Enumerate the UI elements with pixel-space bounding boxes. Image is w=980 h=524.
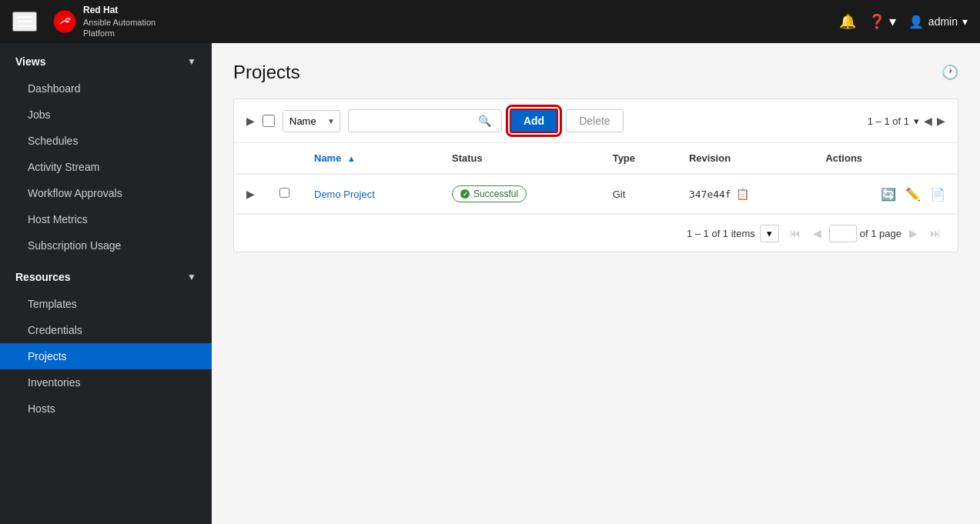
page-of-label: of 1 page (860, 228, 901, 239)
views-chevron-icon: ▼ (187, 56, 196, 67)
items-per-page-dropdown[interactable]: ▾ (760, 225, 779, 242)
sidebar-item-activity-stream[interactable]: Activity Stream (0, 154, 212, 180)
row-action-buttons: 🔄 ✏️ 📄 (825, 187, 945, 202)
sidebar-views-section: Views ▼ Dashboard Jobs Schedules Activit… (0, 43, 212, 259)
copy-revision-button[interactable]: 📋 (736, 188, 749, 200)
edit-button[interactable]: ✏️ (905, 187, 921, 202)
history-button[interactable]: 🕐 (942, 64, 958, 81)
sidebar-item-projects[interactable]: Projects (0, 343, 212, 369)
sidebar: Views ▼ Dashboard Jobs Schedules Activit… (0, 43, 212, 524)
sidebar-item-workflow-approvals[interactable]: Workflow Approvals (0, 180, 212, 206)
expand-row-button[interactable]: ▶ (246, 115, 255, 127)
row-expand-cell: ▶ (234, 174, 267, 214)
row-expand-button[interactable]: ▶ (246, 188, 255, 200)
th-actions: Actions (813, 143, 958, 174)
navbar: Red Hat Ansible Automation Platform 🔔 ❓ … (0, 0, 980, 43)
th-check (267, 143, 302, 174)
footer-pagination: ⏮ ◀ 1 of 1 page ▶ ⏭ (785, 224, 945, 242)
th-revision: Revision (677, 143, 814, 174)
projects-table: Name ▲ Status Type Revision Actions ▶ (234, 143, 958, 214)
user-menu[interactable]: 👤 admin ▾ (908, 15, 968, 29)
select-all-checkbox[interactable] (263, 115, 275, 127)
project-link[interactable]: Demo Project (314, 189, 375, 200)
brand-text: Red Hat Ansible Automation Platform (83, 5, 156, 38)
row-type-cell: Git (600, 174, 677, 214)
help-button[interactable]: ❓ ▾ (868, 13, 896, 30)
last-page-button[interactable]: ⏭ (925, 224, 945, 242)
prev-page-button[interactable]: ◀ (924, 115, 932, 127)
user-chevron-icon: ▾ (962, 15, 968, 28)
notifications-button[interactable]: 🔔 (839, 13, 856, 30)
brand-logo: Red Hat Ansible Automation Platform (52, 5, 156, 38)
next-page-button[interactable]: ▶ (937, 115, 945, 127)
sidebar-item-inventories[interactable]: Inventories (0, 369, 212, 396)
table-toolbar: ▶ Name ▼ 🔍 Add Delete 1 – 1 of 1 ▾ (234, 99, 958, 143)
status-badge: Successful (452, 185, 527, 202)
user-icon: 👤 (908, 15, 924, 29)
th-expand (234, 143, 267, 174)
row-actions-cell: 🔄 ✏️ 📄 (813, 174, 958, 214)
th-status: Status (440, 143, 600, 174)
filter-select[interactable]: Name (283, 111, 323, 132)
row-checkbox[interactable] (279, 188, 289, 198)
search-button[interactable]: 🔍 (472, 110, 497, 132)
sidebar-resources-header[interactable]: Resources ▼ (0, 259, 212, 291)
items-per-page: 1 – 1 of 1 items ▾ (687, 225, 779, 242)
filter-chevron-icon: ▼ (323, 112, 339, 130)
pagination-info: 1 – 1 of 1 ▾ ◀ ▶ (868, 115, 945, 127)
table-footer: 1 – 1 of 1 items ▾ ⏮ ◀ 1 of 1 page ▶ ⏭ (234, 214, 958, 252)
add-button[interactable]: Add (510, 108, 558, 133)
sidebar-item-dashboard[interactable]: Dashboard (0, 75, 212, 102)
sidebar-views-header[interactable]: Views ▼ (0, 43, 212, 75)
row-revision-cell: 347e44f 📋 (677, 174, 814, 214)
page-header: Projects 🕐 (233, 62, 958, 83)
page-title: Projects (233, 62, 300, 83)
filter-select-wrapper: Name ▼ (283, 110, 340, 132)
first-page-button[interactable]: ⏮ (785, 224, 805, 242)
sidebar-item-jobs[interactable]: Jobs (0, 102, 212, 128)
sidebar-item-host-metrics[interactable]: Host Metrics (0, 206, 212, 232)
main-content: Projects 🕐 ▶ Name ▼ 🔍 Add Delete (212, 43, 980, 524)
revision-wrapper: 347e44f 📋 (689, 188, 801, 200)
sidebar-resources-section: Resources ▼ Templates Credentials Projec… (0, 259, 212, 422)
prev-page-nav-button[interactable]: ◀ (808, 224, 826, 242)
th-type: Type (600, 143, 677, 174)
sort-asc-icon: ▲ (347, 154, 356, 163)
hamburger-menu[interactable] (12, 12, 37, 32)
user-label: admin (928, 15, 958, 28)
sidebar-item-subscription-usage[interactable]: Subscription Usage (0, 232, 212, 259)
search-input[interactable] (349, 111, 472, 132)
delete-button[interactable]: Delete (566, 109, 623, 132)
redhat-logo-icon (52, 9, 77, 34)
row-check-cell (267, 174, 302, 214)
sync-button[interactable]: 🔄 (881, 187, 896, 202)
page-number-input[interactable]: 1 (829, 225, 857, 242)
table-row: ▶ Demo Project Successful (234, 174, 958, 214)
sidebar-item-templates[interactable]: Templates (0, 291, 212, 317)
resources-chevron-icon: ▼ (187, 272, 196, 282)
sidebar-item-schedules[interactable]: Schedules (0, 128, 212, 154)
name-sort-link[interactable]: Name ▲ (314, 152, 356, 164)
next-page-nav-button[interactable]: ▶ (905, 224, 922, 242)
search-input-wrapper: 🔍 (348, 109, 502, 132)
sidebar-item-hosts[interactable]: Hosts (0, 396, 212, 422)
table-header-row: Name ▲ Status Type Revision Actions (234, 143, 958, 174)
row-name-cell: Demo Project (302, 174, 440, 214)
navbar-actions: 🔔 ❓ ▾ 👤 admin ▾ (839, 13, 968, 30)
th-name[interactable]: Name ▲ (302, 143, 440, 174)
pagination-dropdown-icon: ▾ (914, 115, 919, 127)
sidebar-item-credentials[interactable]: Credentials (0, 317, 212, 343)
projects-table-card: ▶ Name ▼ 🔍 Add Delete 1 – 1 of 1 ▾ (233, 98, 958, 252)
row-status-cell: Successful (440, 174, 600, 214)
status-dot-icon (460, 189, 470, 199)
copy-button[interactable]: 📄 (930, 187, 945, 202)
